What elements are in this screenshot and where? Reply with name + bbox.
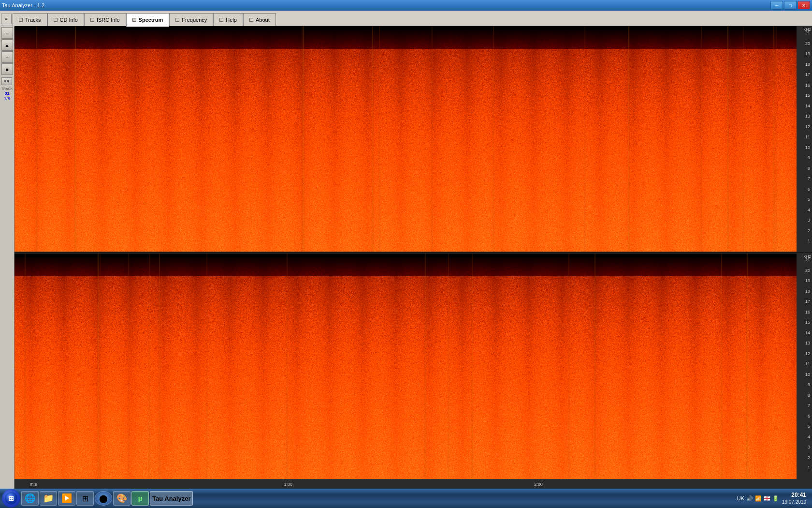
svg-text:⊞: ⊞ — [8, 494, 14, 502]
taskbar-tau[interactable]: Tau Analyzer — [150, 491, 193, 506]
freq-label: 17 — [805, 73, 810, 77]
tab-tracks[interactable]: Tracks — [13, 13, 47, 27]
time-marker-1: 1:00 — [284, 482, 293, 487]
freq-label: 5 — [808, 424, 810, 429]
track-selector-button[interactable]: ≡▼ — [1, 77, 12, 85]
freq-label: 15 — [805, 93, 810, 98]
zoom-value: 1/8 — [1, 96, 13, 102]
tab-about-icon — [249, 18, 253, 22]
tab-about[interactable]: About — [243, 13, 276, 27]
freq-labels-top: 212019181716151413121110987654321 — [796, 33, 811, 252]
taskbar: ⊞ 🌐 📁 ▶️ ⊞ ⬤ 🎨 μ Tau Analyzer UK 🔊 📶 🏴󠁧󠁢… — [0, 489, 812, 508]
freq-label: 20 — [805, 268, 810, 272]
freq-label: 9 — [808, 383, 810, 387]
stop-button[interactable]: ■ — [1, 63, 13, 75]
title-bar-text: Tau Analyzer - 1.2 — [2, 2, 44, 8]
tab-help-label: Help — [226, 17, 237, 23]
clock-date: 19.07.2010 — [782, 499, 806, 505]
main-content: + ▲ ↔ ■ ≡▼ TRACK 01 1/8 m:s 1:00 — [0, 26, 812, 489]
freq-label: 20 — [805, 41, 810, 45]
freq-label: 2 — [808, 455, 810, 460]
freq-label: 8 — [808, 393, 810, 397]
menu-icon-button[interactable]: ≡ — [1, 14, 12, 24]
freq-label: 7 — [808, 177, 810, 181]
freq-label: 1 — [808, 466, 810, 470]
freq-labels-bottom: 212019181716151413121110987654321 — [796, 260, 811, 479]
freq-label: 9 — [808, 156, 810, 160]
tab-frequency-icon — [175, 18, 179, 22]
system-tray: UK 🔊 📶 🏴󠁧󠁢󠁥󠁮󠁧󠁿 🔋 20:41 19.07.2010 — [737, 492, 810, 506]
taskbar-mediaplayer[interactable]: ▶️ — [58, 491, 75, 506]
taskbar-explorer[interactable]: 📁 — [40, 491, 57, 506]
tab-frequency[interactable]: Frequency — [169, 13, 213, 27]
freq-label: 3 — [808, 445, 810, 449]
tray-icons: UK 🔊 📶 🏴󠁧󠁢󠁥󠁮󠁧󠁿 🔋 — [737, 495, 779, 502]
track-info: TRACK 01 1/8 — [1, 87, 13, 102]
freq-label: 5 — [808, 197, 810, 202]
tab-help[interactable]: Help — [213, 13, 243, 27]
freq-axis-bottom: kHz 212019181716151413121110987654321 — [797, 253, 812, 479]
freq-label: 10 — [805, 372, 810, 376]
tab-spectrum[interactable]: Spectrum — [126, 13, 170, 27]
tab-spectrum-label: Spectrum — [139, 17, 163, 23]
freq-label: 19 — [805, 52, 810, 56]
freq-label: 2 — [808, 228, 810, 233]
network-icon: 🔊 — [746, 495, 753, 502]
start-button[interactable]: ⊞ — [2, 489, 20, 508]
tab-help-icon — [219, 18, 223, 22]
track-value: 01 — [1, 91, 13, 96]
freq-label: 12 — [805, 351, 810, 356]
freq-label: 1 — [808, 239, 810, 243]
freq-label: 7 — [808, 403, 810, 408]
minimize-button[interactable]: ─ — [770, 1, 783, 10]
time-marker-2: 2:00 — [534, 482, 543, 487]
spectrogram-canvas-bottom — [14, 254, 797, 479]
freq-label: 4 — [808, 208, 810, 212]
tab-cdinfo-label: CD Info — [60, 17, 78, 23]
tab-isrcinfo[interactable]: ISRC Info — [84, 13, 126, 27]
clock-time: 20:41 — [782, 492, 806, 499]
freq-label: 16 — [805, 310, 810, 314]
spectrogram-top[interactable] — [14, 26, 797, 252]
freq-label: 3 — [808, 218, 810, 223]
freq-label: 10 — [805, 145, 810, 149]
close-button[interactable]: ✕ — [798, 1, 810, 10]
pan-button[interactable]: ↔ — [1, 51, 13, 63]
freq-axis-top: kHz 212019181716151413121110987654321 — [797, 26, 812, 253]
tab-cdinfo-icon — [54, 18, 58, 22]
freq-label: 19 — [805, 279, 810, 283]
taskbar-paint[interactable]: 🎨 — [113, 491, 130, 506]
freq-label: 4 — [808, 434, 810, 439]
tab-tracks-icon — [19, 18, 23, 22]
zoom-in-button[interactable]: + — [1, 27, 13, 39]
taskbar-ie[interactable]: 🌐 — [21, 491, 39, 506]
freq-label: 13 — [805, 114, 810, 119]
freq-label: 17 — [805, 299, 810, 304]
freq-label: 14 — [805, 330, 810, 335]
freq-label: 21 — [805, 258, 810, 262]
tab-isrcinfo-icon — [90, 18, 94, 22]
spectrum-area: m:s 1:00 2:00 — [14, 26, 797, 489]
tab-isrcinfo-label: ISRC Info — [97, 17, 120, 23]
freq-label: 8 — [808, 166, 810, 170]
system-clock[interactable]: 20:41 19.07.2010 — [782, 492, 806, 506]
freq-label: 21 — [805, 31, 810, 35]
zoom-in-alt-button[interactable]: ▲ — [1, 39, 13, 51]
sound-icon: 📶 — [755, 495, 762, 502]
track-label: TRACK — [1, 87, 13, 91]
spectrogram-canvas-top — [14, 26, 797, 252]
taskbar-utorrent[interactable]: μ — [131, 491, 149, 506]
maximize-button[interactable]: □ — [784, 1, 797, 10]
freq-label: 11 — [805, 362, 810, 366]
locale-indicator: UK — [737, 495, 744, 501]
freq-label: 12 — [805, 124, 810, 129]
axis-spacer — [797, 479, 812, 489]
spectrogram-bottom[interactable] — [14, 254, 797, 479]
menu-bar: ≡ Tracks CD Info ISRC Info Spectrum Freq… — [0, 11, 812, 26]
tab-cdinfo[interactable]: CD Info — [47, 13, 84, 27]
time-unit-label: m:s — [30, 482, 37, 487]
taskbar-calc[interactable]: ⬤ — [95, 491, 112, 506]
tab-tracks-label: Tracks — [25, 17, 41, 23]
taskbar-mediacenter[interactable]: ⊞ — [76, 491, 94, 506]
left-toolbar: + ▲ ↔ ■ ≡▼ TRACK 01 1/8 — [0, 26, 14, 489]
